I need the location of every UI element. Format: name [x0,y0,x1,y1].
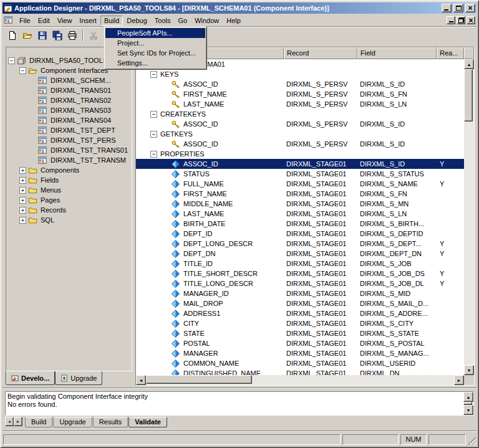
menu-item-build[interactable]: Build [100,16,123,26]
menu-item-view[interactable]: View [54,16,76,26]
column-header-field[interactable]: Field [357,47,437,59]
output-scrollbar-thumb[interactable] [463,402,472,405]
menu-item-file[interactable]: File [16,16,34,26]
table-row-assoc-id[interactable]: ASSOC_IDDIRXML_S_PERSVDIRXML_S_ID [136,119,464,129]
table-row-dept-long-descr[interactable]: DEPT_LONG_DESCRDIRXML_STAGE01DIRXML_S_DE… [136,239,464,249]
scroll-up-button[interactable]: ▲ [463,392,473,402]
expander-plus-icon[interactable]: + [19,187,26,194]
table-row-status[interactable]: STATUSDIRXML_STAGE01DIRXML_S_STATUS [136,169,464,179]
expander-plus-icon[interactable]: + [19,217,26,224]
output-scrollbar[interactable]: ▲ ▼ [463,392,473,415]
table-row-city[interactable]: CITYDIRXML_STAGE01DIRXML_S_CITY [136,318,464,328]
expander-plus-icon[interactable]: + [19,197,26,204]
table-row-title-id[interactable]: TITLE_IDDIRXML_STAGE01DIRXML_S_JOB [136,259,464,269]
table-row-dept-dn[interactable]: DEPT_DNDIRXML_STAGE01DIRXML_DEPT_DNY [136,249,464,259]
menu-item-window[interactable]: Window [191,16,223,26]
table-row-full-name[interactable]: FULL_NAMEDIRXML_STAGE01DIRXML_S_NAMEY [136,179,464,189]
table-row-title-long-descr[interactable]: TITLE_LONG_DESCRDIRXML_STAGE01DIRXML_S_J… [136,279,464,288]
table-row-address1[interactable]: ADDRESS1DIRXML_STAGE01DIRXML_S_ADDRE... [136,308,464,318]
vertical-scrollbar-track[interactable] [464,69,474,365]
table-row-mail-drop[interactable]: MAIL_DROPDIRXML_STAGE01DIRXML_S_MAIL_D..… [136,298,464,308]
menu-item-tools[interactable]: Tools [151,16,175,26]
scroll-right-button[interactable]: ► [454,375,464,385]
table-row-first-name[interactable]: FIRST_NAMEDIRXML_STAGE01DIRXML_S_FN [136,189,464,199]
scroll-left-button[interactable]: ◄ [136,375,146,385]
tree-item-dirxml-tst-pers[interactable]: DIRXML_TST_PERS [6,135,132,145]
tree-item-dirxml-tst-trans01[interactable]: DIRXML_TST_TRANS01 [6,145,132,155]
expander-minus-icon[interactable]: − [150,151,157,158]
mdi-close-button[interactable]: × [467,16,475,24]
scroll-down-button[interactable]: ▼ [464,365,474,375]
maximize-button[interactable] [453,4,463,12]
save-all-button[interactable] [50,28,65,42]
tree-item-pages[interactable]: +Pages [6,195,132,205]
scroll-up-button[interactable]: ▲ [464,59,474,69]
output-tab-upgrade[interactable]: Upgrade [53,417,92,427]
tree-item-sql[interactable]: +SQL [6,215,132,225]
table-row-title-short-descr[interactable]: TITLE_SHORT_DESCRDIRXML_STAGE01DIRXML_S_… [136,269,464,279]
horizontal-scrollbar-track[interactable] [146,375,454,385]
table-row-properties[interactable]: −PROPERTIES [136,149,464,159]
close-button[interactable]: × [465,4,475,12]
column-header-record[interactable]: Record [284,47,357,59]
expander-minus-icon[interactable]: − [19,67,26,74]
build-menu-item-settings[interactable]: Settings... [105,58,205,68]
new-button[interactable] [5,28,20,42]
table-row-state[interactable]: STATEDIRXML_STAGE01DIRXML_S_STATE [136,328,464,338]
save-button[interactable] [35,28,50,42]
table-row-manager-id[interactable]: MANAGER_IDDIRXML_STAGE01DIRXML_S_MID [136,288,464,298]
table-row-last-name[interactable]: LAST_NAMEDIRXML_STAGE01DIRXML_S_LN [136,209,464,219]
table-row-postal[interactable]: POSTALDIRXML_STAGE01DIRXML_S_POSTAL [136,338,464,348]
tree-item-components[interactable]: +Components [6,165,132,175]
menu-item-debug[interactable]: Debug [123,16,150,26]
table-row-getkeys[interactable]: −GETKEYS [136,129,464,139]
table-row-common-name[interactable]: COMMON_NAMEDIRXML_STAGE01DIRXML_USERID [136,358,464,368]
expander-minus-icon[interactable]: − [150,71,157,78]
expander-minus-icon[interactable]: − [8,57,15,64]
output-tab-build[interactable]: Build [25,417,52,427]
scroll-down-button[interactable]: ▼ [463,405,473,415]
build-menu-item-project[interactable]: Project... [105,38,205,48]
horizontal-scrollbar[interactable]: ◄ ► [136,375,464,385]
tab-scroll-right-button[interactable]: ► [14,417,22,426]
table-row-assoc-id[interactable]: ASSOC_IDDIRXML_S_PERSVDIRXML_S_ID [136,139,464,149]
horizontal-scrollbar-thumb[interactable] [146,375,252,384]
open-button[interactable] [20,28,35,42]
table-row-birth-date[interactable]: BIRTH_DATEDIRXML_STAGE01DIRXML_S_BIRTH..… [136,219,464,229]
tab-scroll-left-button[interactable]: ◄ [5,417,14,426]
workspace-tab-upgrade[interactable]: Upgrade [55,371,102,385]
output-tab-results[interactable]: Results [93,417,128,427]
build-menu-item-peoplesoft-apis[interactable]: PeopleSoft APIs... [105,28,205,38]
tree-item-fields[interactable]: +Fields [6,175,132,185]
menu-item-insert[interactable]: Insert [75,16,100,26]
tree-item-dirxml-trans02[interactable]: DIRXML_TRANS02 [6,95,132,105]
expander-plus-icon[interactable]: + [19,207,26,214]
table-row-keys[interactable]: −KEYS [136,69,464,79]
workspace-tab-develo[interactable]: Develo... [6,371,55,385]
column-header-rea[interactable]: Rea... [437,47,464,59]
output-window[interactable]: Begin validating Component Interface int… [5,391,474,416]
build-menu-item-set-sync-ids-for-project[interactable]: Set Sync IDs for Project... [105,48,205,58]
tree-item-dirxml-trans01[interactable]: DIRXML_TRANS01 [6,85,132,95]
tree-item-dirxml-trans04[interactable]: DIRXML_TRANS04 [6,115,132,125]
output-scrollbar-track[interactable] [463,402,473,405]
expander-plus-icon[interactable]: + [19,167,26,174]
output-tab-validate[interactable]: Validate [128,417,167,427]
vertical-scrollbar[interactable]: ▲ ▼ [464,59,474,375]
table-row-middle-name[interactable]: MIDDLE_NAMEDIRXML_STAGE01DIRXML_S_MN [136,199,464,209]
expander-minus-icon[interactable]: − [150,131,157,138]
table-row-manager[interactable]: MANAGERDIRXML_STAGE01DIRXML_S_MANAG... [136,348,464,358]
tree-item-dirxml-schem[interactable]: DIRXML_SCHEM... [6,75,132,85]
table-row-dept-id[interactable]: DEPT_IDDIRXML_STAGE01DIRXML_S_DEPTID [136,229,464,239]
table-row-assoc-id[interactable]: ASSOC_IDDIRXML_STAGE01DIRXML_S_IDY [136,159,464,169]
resize-grip[interactable] [468,437,476,445]
tree-item-dirxml-tst-dept[interactable]: DIRXML_TST_DEPT [6,125,132,135]
tree-item-menus[interactable]: +Menus [6,185,132,195]
mdi-minimize-button[interactable] [447,16,455,24]
table-row-distinguished-name[interactable]: DISTINGUISHED_NAMEDIRXML_STAGE01DIRXML_D… [136,368,464,375]
expander-minus-icon[interactable]: − [150,111,157,118]
tree-item-dirxml-trans03[interactable]: DIRXML_TRANS03 [6,105,132,115]
table-row-createkeys[interactable]: −CREATEKEYS [136,109,464,119]
table-row-last-name[interactable]: LAST_NAMEDIRXML_S_PERSVDIRXML_S_LN [136,99,464,109]
menu-item-edit[interactable]: Edit [34,16,54,26]
